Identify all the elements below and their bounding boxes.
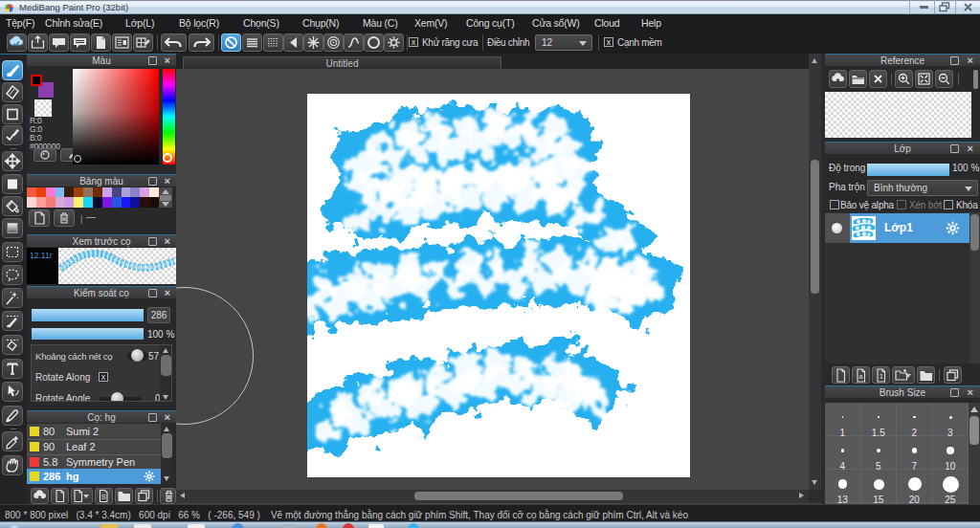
svg-text:a: a bbox=[858, 372, 863, 381]
svg-text:S: S bbox=[101, 494, 106, 500]
svg-text:1: 1 bbox=[880, 372, 883, 381]
